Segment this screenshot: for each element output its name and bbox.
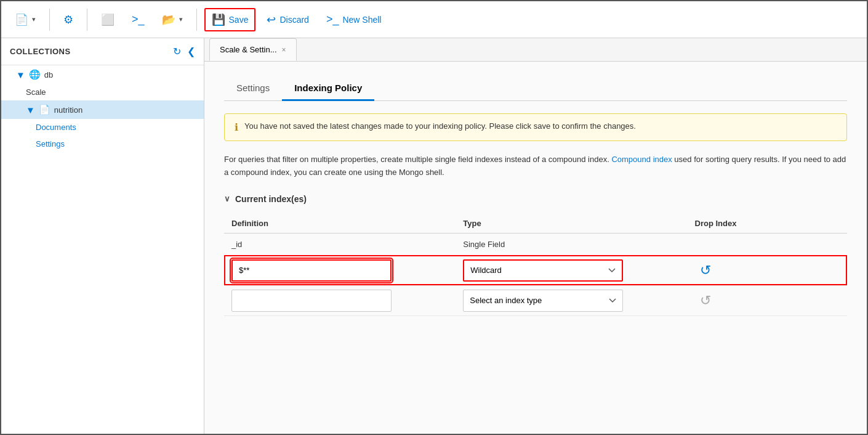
save-icon: 💾 xyxy=(212,13,225,26)
wildcard-type-select[interactable]: Wildcard Single Field xyxy=(463,259,623,282)
new-definition-input[interactable] xyxy=(231,290,392,312)
refresh-icon[interactable]: ↻ xyxy=(173,46,181,57)
new-shell-label: New Shell xyxy=(342,15,381,25)
sidebar-item-settings[interactable]: Settings xyxy=(1,136,204,152)
discard-icon: ↩ xyxy=(267,13,276,26)
save-button[interactable]: 💾 Save xyxy=(204,8,256,31)
open-dropdown-icon: ▾ xyxy=(179,15,183,23)
copy-icon: ⬜ xyxy=(101,13,115,26)
sidebar-item-db[interactable]: ▼ 🌐 db xyxy=(1,65,204,84)
table-row: _id Single Field xyxy=(224,233,847,255)
main-layout: COLLECTIONS ↻ ❮ ▼ 🌐 db Scale ▼ 📄 nutriti… xyxy=(1,38,867,435)
sidebar-header-icons: ↻ ❮ xyxy=(173,46,195,57)
sidebar: COLLECTIONS ↻ ❮ ▼ 🌐 db Scale ▼ 📄 nutriti… xyxy=(1,38,204,435)
tab-settings[interactable]: Settings xyxy=(224,76,282,101)
discard-button[interactable]: ↩ Discard xyxy=(260,9,315,30)
wildcard-definition-cell xyxy=(224,255,456,285)
tab-scale-settings[interactable]: Scale & Settin... × xyxy=(209,38,297,61)
open-icon: 📂 xyxy=(162,13,175,26)
col-definition-header: Definition xyxy=(224,214,456,234)
sidebar-item-nutrition[interactable]: ▼ 📄 nutrition xyxy=(1,100,204,119)
new-type-select[interactable]: Select an index type Wildcard Single Fie… xyxy=(463,290,623,312)
table-row-new: Select an index type Wildcard Single Fie… xyxy=(224,285,847,315)
tab-label: Scale & Settin... xyxy=(220,45,277,54)
alert-icon: ℹ xyxy=(235,121,238,133)
copy-button[interactable]: ⬜ xyxy=(95,9,121,30)
description-text1: For queries that filter on multiple prop… xyxy=(224,155,609,164)
nutrition-expand-icon: ▼ xyxy=(26,105,35,115)
star-icon: ⚙ xyxy=(63,13,73,26)
divider-2 xyxy=(87,9,87,31)
index-table: Definition Type Drop Index _id Single Fi… xyxy=(224,214,847,316)
compound-index-link[interactable]: Compound index xyxy=(611,155,672,164)
sidebar-item-scale[interactable]: Scale xyxy=(1,84,204,100)
wildcard-definition-input[interactable] xyxy=(231,259,392,282)
db-label: db xyxy=(44,70,53,79)
tab-close-button[interactable]: × xyxy=(282,46,286,54)
sidebar-title: COLLECTIONS xyxy=(10,47,71,56)
divider-3 xyxy=(196,9,197,31)
db-icon: 🌐 xyxy=(29,69,41,80)
scale-label: Scale xyxy=(26,87,46,97)
wildcard-revert-button[interactable]: ↺ xyxy=(695,260,716,281)
save-label: Save xyxy=(229,15,249,25)
row-id-definition: _id xyxy=(224,233,456,255)
toolbar: 📄 ▾ ⚙ ⬜ >_ 📂 ▾ 💾 Save ↩ Discard >_ New S… xyxy=(1,1,867,38)
terminal-icon: >_ xyxy=(132,13,145,26)
description: For queries that filter on multiple prop… xyxy=(224,153,847,179)
row-id-drop xyxy=(688,233,848,255)
new-doc-icon: 📄 xyxy=(15,13,28,26)
db-expand-icon: ▼ xyxy=(16,70,25,80)
secondary-tabs: Settings Indexing Policy xyxy=(224,76,847,101)
open-button[interactable]: 📂 ▾ xyxy=(156,9,189,30)
table-header-row: Definition Type Drop Index xyxy=(224,214,847,234)
tab-bar: Scale & Settin... × xyxy=(204,38,867,62)
nutrition-icon: 📄 xyxy=(39,104,50,115)
col-drop-header: Drop Index xyxy=(688,214,848,234)
collapse-sidebar-icon[interactable]: ❮ xyxy=(187,46,195,57)
discard-label: Discard xyxy=(279,15,308,25)
indexing-policy-tab-label: Indexing Policy xyxy=(294,83,362,93)
new-drop-cell: ↺ xyxy=(688,285,848,315)
settings-tab-label: Settings xyxy=(236,83,270,93)
sidebar-header: COLLECTIONS ↻ ❮ xyxy=(1,38,204,65)
table-row-wildcard: Wildcard Single Field ↺ xyxy=(224,255,847,285)
section-title: Current index(es) xyxy=(235,194,307,204)
wildcard-type-cell: Wildcard Single Field xyxy=(456,255,687,285)
section-collapse-icon: ∨ xyxy=(224,194,230,203)
new-definition-cell xyxy=(224,285,456,315)
content-area: Scale & Settin... × Settings Indexing Po… xyxy=(204,38,867,435)
divider-1 xyxy=(49,9,50,31)
nutrition-label: nutrition xyxy=(54,105,82,115)
new-shell-icon: >_ xyxy=(326,13,339,26)
new-shell-button[interactable]: >_ New Shell xyxy=(320,9,388,30)
inner-content: Settings Indexing Policy ℹ You have not … xyxy=(204,62,867,331)
toolbar-dropdown-icon: ▾ xyxy=(32,15,36,23)
new-type-cell: Select an index type Wildcard Single Fie… xyxy=(456,285,687,315)
star-button[interactable]: ⚙ xyxy=(57,9,79,30)
new-revert-button[interactable]: ↺ xyxy=(695,290,716,311)
wildcard-drop-cell: ↺ xyxy=(688,255,848,285)
new-doc-button[interactable]: 📄 ▾ xyxy=(9,9,42,30)
settings-link[interactable]: Settings xyxy=(36,139,65,148)
sidebar-item-documents[interactable]: Documents xyxy=(1,119,204,136)
section-header[interactable]: ∨ Current index(es) xyxy=(224,194,847,204)
alert-box: ℹ You have not saved the latest changes … xyxy=(224,113,847,141)
documents-link[interactable]: Documents xyxy=(36,123,76,132)
tab-indexing-policy[interactable]: Indexing Policy xyxy=(282,76,374,101)
alert-message: You have not saved the latest changes ma… xyxy=(244,121,636,131)
col-type-header: Type xyxy=(456,214,687,234)
terminal-button[interactable]: >_ xyxy=(126,9,151,30)
row-id-type: Single Field xyxy=(456,233,687,255)
